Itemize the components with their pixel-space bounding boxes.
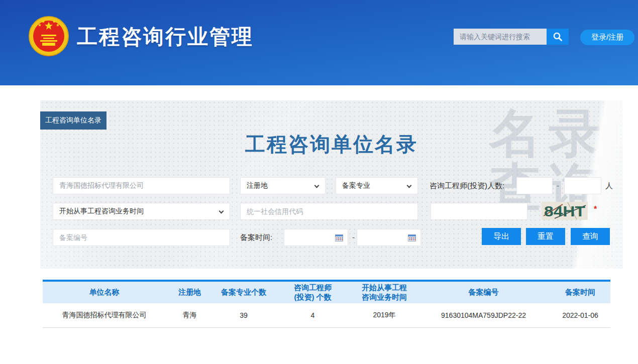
region-select[interactable]: 注册地 [240, 177, 326, 194]
specialty-select-value: 备案专业 [342, 181, 370, 190]
cell-region: 青海 [166, 303, 214, 327]
chevron-down-icon [407, 183, 412, 188]
cell-record-time: 2022-01-06 [550, 303, 610, 327]
cell-specialty-count: 39 [214, 303, 274, 327]
chevron-down-icon [314, 183, 320, 188]
chevron-down-icon [219, 209, 224, 214]
record-time-label: 备案时间: [240, 229, 272, 246]
captcha-required-mark: * [594, 205, 597, 214]
specialty-select[interactable]: 备案专业 [336, 177, 418, 194]
start-time-select[interactable]: 开始从事工程咨询业务时间 [53, 203, 230, 220]
cell-start-time: 2019年 [352, 303, 417, 327]
col-header-company: 单位名称 [43, 281, 166, 303]
page: 工程咨询行业管理 登录/注册 名录 查询 工程咨询单位名录 工程咨询单位名录 注… [0, 0, 638, 364]
record-time-start-input[interactable] [284, 229, 348, 246]
region-select-value: 注册地 [247, 181, 268, 190]
national-emblem-logo [28, 16, 69, 60]
tab-company-directory[interactable]: 工程咨询单位名录 [40, 111, 107, 130]
engineer-count-unit: 人 [605, 177, 613, 194]
engineer-count-max-input[interactable] [564, 177, 601, 194]
panel-watermark: 名录 查询 [485, 106, 602, 215]
table-row: 青海国德招标代理有限公司 青海 39 4 2019年 91630104MA759… [43, 303, 610, 327]
col-header-record-number: 备案编号 [417, 281, 550, 303]
engineer-count-min-input[interactable] [516, 177, 553, 194]
captcha-input[interactable] [431, 203, 527, 220]
export-button[interactable]: 导出 [482, 228, 521, 245]
query-button[interactable]: 查询 [571, 228, 610, 245]
calendar-icon[interactable] [408, 234, 416, 241]
site-title: 工程咨询行业管理 [77, 23, 254, 51]
search-icon [552, 31, 563, 42]
record-number-input[interactable] [53, 229, 230, 246]
results-table: 单位名称 注册地 备案专业个数 咨询工程师 (投资) 个数 开始从事工程 咨询业… [43, 280, 610, 328]
company-name-input[interactable] [53, 177, 230, 194]
record-time-dash: - [352, 229, 355, 246]
login-register-button[interactable]: 登录/注册 [580, 30, 634, 45]
record-time-end-input[interactable] [357, 229, 421, 246]
col-header-record-time: 备案时间 [550, 281, 610, 303]
col-header-start-time: 开始从事工程 咨询业务时间 [352, 281, 417, 303]
col-header-region: 注册地 [166, 281, 214, 303]
cell-company: 青海国德招标代理有限公司 [43, 303, 166, 327]
calendar-icon[interactable] [335, 234, 343, 241]
reset-button[interactable]: 重置 [526, 228, 565, 245]
site-header: 工程咨询行业管理 登录/注册 [0, 0, 638, 85]
table-header-row: 单位名称 注册地 备案专业个数 咨询工程师 (投资) 个数 开始从事工程 咨询业… [43, 281, 610, 303]
captcha-image[interactable]: 84HT [542, 202, 588, 220]
captcha-text: 84HT [544, 203, 585, 219]
cell-engineer-count: 4 [274, 303, 352, 327]
keyword-search-input[interactable] [454, 29, 547, 45]
page-title: 工程咨询单位名录 [40, 131, 623, 158]
engineer-count-label: 咨询工程师(投资)人数: [430, 177, 504, 194]
col-header-specialty-count: 备案专业个数 [214, 281, 274, 303]
credit-code-input[interactable] [240, 203, 418, 220]
col-header-engineer-count: 咨询工程师 (投资) 个数 [274, 281, 352, 303]
engineer-range-dash: - [557, 177, 559, 194]
query-panel: 名录 查询 工程咨询单位名录 工程咨询单位名录 注册地 备案专业 咨询工程师(投… [40, 100, 623, 269]
search-button[interactable] [547, 29, 569, 45]
cell-record-number: 91630104MA759JDP22-22 [417, 303, 550, 327]
start-time-select-value: 开始从事工程咨询业务时间 [59, 207, 144, 216]
